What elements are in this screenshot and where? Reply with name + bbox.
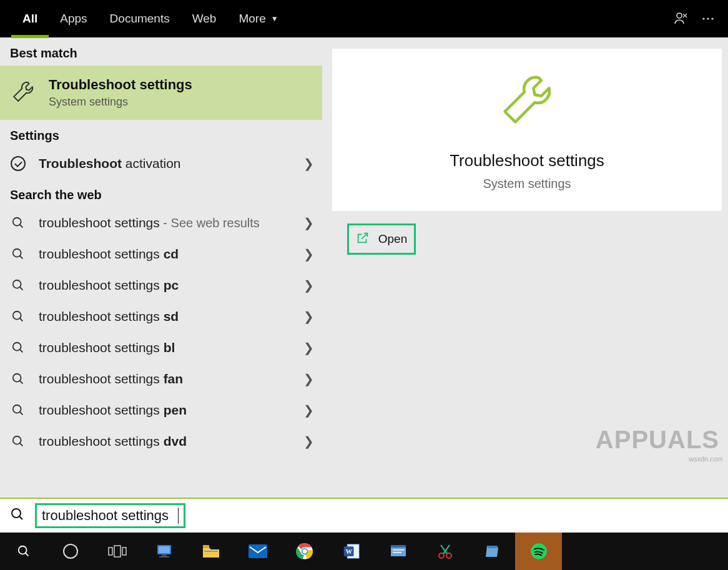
web-results-container: troubleshoot settings cd❯troubleshoot se… [0,238,322,457]
svg-line-11 [20,318,23,322]
web-result-label: troubleshoot settings sd [39,309,288,324]
open-link-icon [356,231,370,247]
tab-documents[interactable]: Documents [99,0,181,37]
taskbar-app-chrome[interactable] [281,533,328,570]
web-result-label: troubleshoot settings cd [39,247,288,262]
detail-subtitle: System settings [483,177,571,191]
chevron-right-icon: ❯ [301,434,316,449]
taskbar-app-spotify[interactable] [515,533,562,570]
chevron-right-icon: ❯ [301,340,316,355]
chevron-right-icon: ❯ [301,403,316,418]
tab-web[interactable]: Web [181,0,228,37]
taskbar-app-file-explorer[interactable] [187,533,234,570]
web-result-label: troubleshoot settings dvd [39,434,288,449]
svg-point-20 [12,509,21,518]
open-button-label: Open [378,232,407,246]
svg-line-23 [25,553,28,556]
search-icon [10,340,26,356]
tab-documents-label: Documents [110,12,170,26]
tab-more-label: More [239,12,265,26]
section-header-best-match: Best match [0,37,322,66]
svg-rect-24 [109,548,112,555]
search-icon [10,308,26,325]
open-button[interactable]: Open [347,224,416,255]
svg-point-6 [13,249,21,257]
tab-more[interactable]: More ▼ [227,0,289,37]
svg-point-1 [702,17,704,19]
results-list: Best match Troubleshoot settings System … [0,37,322,498]
web-result-primary[interactable]: troubleshoot settings - See web results … [0,207,322,238]
chevron-right-icon: ❯ [301,371,316,386]
svg-point-2 [707,17,709,19]
svg-line-19 [20,443,23,446]
taskbar-task-view-button[interactable] [94,533,140,570]
search-icon [10,402,26,418]
svg-line-13 [20,350,23,353]
svg-point-3 [711,17,713,19]
svg-point-18 [13,436,21,445]
taskbar-app-notes[interactable] [468,533,515,570]
tab-web-label: Web [192,12,217,26]
best-match-result[interactable]: Troubleshoot settings System settings [0,66,322,120]
taskbar-app-wordpad[interactable] [375,533,421,570]
best-match-texts: Troubleshoot settings System settings [49,77,192,109]
web-result-suggestion[interactable]: troubleshoot settings bl❯ [0,332,322,363]
web-result-label: troubleshoot settings fan [39,371,288,386]
tab-apps[interactable]: Apps [49,0,98,37]
svg-line-9 [20,287,23,290]
svg-rect-33 [248,544,267,558]
taskbar-search-button[interactable] [0,533,47,570]
taskbar-cortana-button[interactable] [47,533,94,570]
detail-card: Troubleshoot settings System settings [332,49,722,211]
chevron-right-icon: ❯ [301,247,316,262]
svg-rect-28 [159,546,170,553]
taskbar: W [0,533,728,570]
svg-text:W: W [345,548,352,555]
web-result-label: troubleshoot settings bl [39,340,288,355]
detail-panel: Troubleshoot settings System settings Op… [322,37,728,498]
taskbar-app-snipping[interactable] [421,533,468,570]
web-result-label: troubleshoot settings pen [39,403,288,418]
more-options-icon[interactable] [694,0,722,37]
svg-point-8 [13,280,21,288]
svg-line-21 [19,516,22,519]
svg-rect-25 [114,546,121,557]
taskbar-app-word[interactable]: W [328,533,375,570]
web-result-suggestion[interactable]: troubleshoot settings pen❯ [0,395,322,426]
web-result-suggestion[interactable]: troubleshoot settings sd❯ [0,301,322,332]
check-circle-icon [10,155,26,172]
web-result-suggestion[interactable]: troubleshoot settings cd❯ [0,238,322,270]
svg-rect-42 [391,545,406,548]
chevron-right-icon: ❯ [301,278,316,293]
tab-all[interactable]: All [11,0,49,37]
web-result-suggestion[interactable]: troubleshoot settings pc❯ [0,270,322,301]
tab-apps-label: Apps [60,12,87,26]
best-match-title: Troubleshoot settings [49,77,192,93]
web-result-suggestion[interactable]: troubleshoot settings fan❯ [0,363,322,395]
watermark-sub: wsxdn.com [689,455,723,463]
taskbar-app-mail[interactable] [234,533,281,570]
search-icon [10,277,26,293]
cortana-icon [63,544,78,559]
svg-line-15 [20,381,23,384]
section-header-settings: Settings [0,120,322,148]
section-header-web: Search the web [0,179,322,207]
svg-line-7 [20,256,23,259]
web-result-label: troubleshoot settings - See web results [39,215,288,230]
tab-all-label: All [22,12,37,26]
taskbar-app-explorer[interactable] [140,533,187,570]
svg-line-5 [20,225,23,228]
svg-rect-26 [122,548,126,555]
svg-rect-32 [204,551,218,552]
web-result-suggestion[interactable]: troubleshoot settings dvd❯ [0,426,322,457]
search-icon [10,507,25,524]
svg-rect-31 [203,545,209,548]
search-input[interactable] [42,508,179,524]
feedback-icon[interactable] [667,0,694,37]
chevron-down-icon: ▼ [271,14,278,23]
settings-result-activation[interactable]: Troubleshoot activation ❯ [0,148,322,179]
svg-line-17 [20,412,23,415]
wrench-icon [10,79,36,107]
chevron-right-icon: ❯ [301,156,316,171]
svg-point-22 [18,546,26,554]
